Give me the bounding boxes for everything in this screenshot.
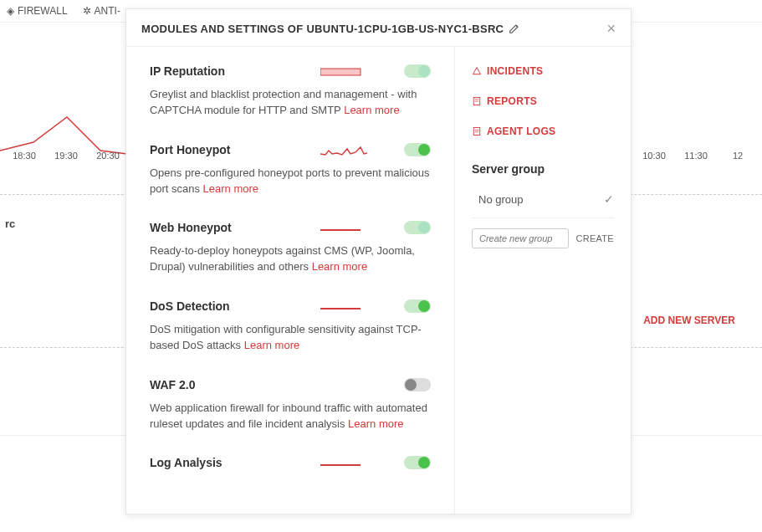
edit-icon[interactable]	[509, 23, 520, 34]
bug-icon: ✲	[83, 5, 91, 17]
sparkline-icon	[320, 455, 367, 470]
reports-label: REPORTS	[487, 95, 537, 107]
module-desc: Ready-to-deploy honeypots against CMS (W…	[150, 243, 431, 275]
toggle-ip-reputation[interactable]	[404, 64, 431, 78]
learn-more-link[interactable]: Learn more	[344, 104, 399, 116]
sparkline-icon	[320, 142, 367, 157]
sidebar-column: INCIDENTS REPORTS AGENT LOGS Server grou…	[455, 47, 631, 514]
reports-link[interactable]: REPORTS	[472, 95, 614, 107]
tab-anti[interactable]: ✲ ANTI-	[83, 5, 120, 17]
module-desc-text: Ready-to-deploy honeypots against CMS (W…	[150, 244, 415, 273]
agent-logs-label: AGENT LOGS	[487, 125, 555, 137]
modal-body: IP Reputation Greylist and blacklist pro…	[126, 47, 631, 514]
server-group-heading: Server group	[472, 162, 614, 176]
module-title: Port Honeypot	[150, 143, 284, 156]
toggle-waf[interactable]	[404, 378, 431, 391]
time-tick: 18:30	[3, 151, 45, 161]
add-new-server-link[interactable]: ADD NEW SERVER	[643, 315, 735, 326]
document-icon	[472, 96, 482, 106]
modules-settings-modal: MODULES AND SETTINGS OF UBUNTU-1CPU-1GB-…	[125, 8, 632, 514]
create-group-button[interactable]: CREATE	[575, 233, 614, 243]
module-desc: Web application firewall for inbound tra…	[150, 401, 431, 432]
learn-more-link[interactable]: Learn more	[203, 182, 258, 195]
sparkline-empty	[320, 377, 367, 392]
toggle-web-honeypot[interactable]	[404, 221, 431, 234]
tab-firewall-label: FIREWALL	[18, 5, 68, 17]
module-ip-reputation: IP Reputation Greylist and blacklist pro…	[150, 64, 431, 119]
module-waf: WAF 2.0 Web application firewall for inb…	[150, 377, 431, 432]
sparkline-icon	[320, 64, 367, 79]
svg-rect-0	[320, 69, 361, 75]
bg-server-row-label: rc	[5, 217, 15, 230]
module-web-honeypot: Web Honeypot Ready-to-deploy honeypots a…	[150, 220, 431, 275]
modal-title-text: MODULES AND SETTINGS OF UBUNTU-1CPU-1GB-…	[141, 23, 504, 35]
module-desc: Greylist and blacklist protection and ma…	[150, 87, 431, 119]
sparkline-icon	[320, 220, 367, 235]
quick-links: INCIDENTS REPORTS AGENT LOGS	[472, 65, 614, 137]
svg-rect-7	[473, 128, 480, 136]
toggle-log-analysis[interactable]	[404, 456, 431, 469]
incidents-link[interactable]: INCIDENTS	[472, 65, 614, 77]
module-title: Web Honeypot	[150, 221, 284, 234]
incidents-label: INCIDENTS	[487, 65, 543, 77]
module-title: IP Reputation	[150, 64, 284, 78]
toggle-dos-detection[interactable]	[404, 299, 431, 313]
check-icon: ✓	[604, 192, 614, 206]
learn-more-link[interactable]: Learn more	[348, 417, 403, 430]
module-title: Log Analysis	[150, 456, 284, 469]
shield-icon: ◈	[7, 5, 14, 17]
modal-header: MODULES AND SETTINGS OF UBUNTU-1CPU-1GB-…	[126, 9, 631, 47]
module-desc-text: Opens pre-configured honeypot ports to p…	[150, 166, 430, 195]
tab-anti-label: ANTI-	[95, 5, 120, 17]
modal-title: MODULES AND SETTINGS OF UBUNTU-1CPU-1GB-…	[141, 23, 520, 35]
sparkline-icon	[320, 299, 367, 314]
module-desc: Opens pre-configured honeypot ports to p…	[150, 166, 431, 197]
modules-column[interactable]: IP Reputation Greylist and blacklist pro…	[126, 47, 455, 514]
create-group-row: CREATE	[472, 228, 614, 248]
agent-logs-link[interactable]: AGENT LOGS	[472, 125, 614, 137]
module-port-honeypot: Port Honeypot Opens pre-configured honey…	[150, 142, 431, 197]
module-title: WAF 2.0	[150, 378, 284, 391]
create-group-input[interactable]	[472, 228, 569, 248]
group-row-no-group[interactable]: No group ✓	[472, 187, 614, 218]
time-tick: 20:30	[87, 151, 129, 161]
close-button[interactable]: ×	[606, 21, 616, 36]
learn-more-link[interactable]: Learn more	[312, 260, 367, 273]
tab-firewall[interactable]: ◈ FIREWALL	[7, 5, 68, 17]
module-log-analysis: Log Analysis	[150, 455, 431, 470]
learn-more-link[interactable]: Learn more	[244, 339, 299, 351]
time-tick: 10:30	[633, 151, 675, 161]
time-tick: 11:30	[675, 151, 717, 161]
list-icon	[472, 126, 482, 136]
time-tick: 12	[717, 151, 759, 161]
time-tick: 19:30	[45, 151, 87, 161]
toggle-port-honeypot[interactable]	[404, 143, 431, 156]
module-desc: DoS mitigation with configurable sensiti…	[150, 322, 431, 354]
group-label: No group	[478, 193, 523, 206]
module-title: DoS Detection	[150, 299, 284, 313]
warning-icon	[472, 66, 482, 76]
module-dos-detection: DoS Detection DoS mitigation with config…	[150, 299, 431, 354]
